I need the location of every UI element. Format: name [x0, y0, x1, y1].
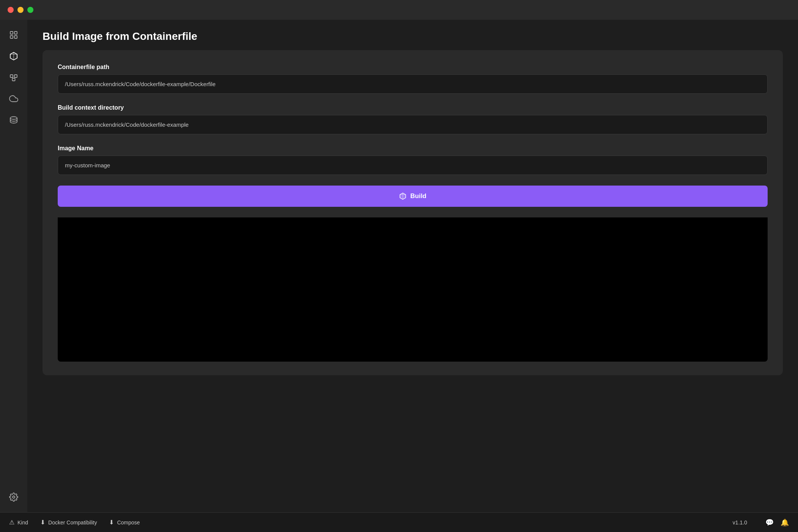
svg-rect-5: [14, 75, 17, 77]
status-action-icons: 💬 🔔: [765, 518, 789, 527]
containerfile-path-input[interactable]: [58, 74, 768, 94]
status-version: v1.1.0: [733, 519, 747, 526]
containerfile-path-group: Containerfile path: [58, 64, 768, 94]
svg-rect-0: [10, 31, 13, 34]
svg-rect-2: [10, 36, 13, 38]
containerfile-path-label: Containerfile path: [58, 64, 768, 71]
build-context-group: Build context directory: [58, 104, 768, 134]
sidebar-item-pods[interactable]: [5, 68, 23, 87]
svg-rect-3: [14, 36, 17, 38]
status-compose: ⬇ Compose: [109, 519, 140, 526]
page-header: Build Image from Containerfile: [27, 20, 798, 50]
build-icon: [399, 192, 407, 200]
svg-rect-4: [10, 75, 13, 77]
main-content: Build Image from Containerfile Container…: [27, 20, 798, 512]
status-kind-label: Kind: [17, 519, 28, 526]
build-button[interactable]: Build: [58, 186, 768, 207]
compose-icon: ⬇: [109, 519, 114, 526]
minimize-button[interactable]: [17, 7, 24, 13]
chat-icon[interactable]: 💬: [765, 518, 774, 527]
sidebar-item-settings[interactable]: [5, 488, 23, 506]
build-context-label: Build context directory: [58, 104, 768, 111]
status-bar: ⚠ Kind ⬇ Docker Compatibility ⬇ Compose …: [0, 512, 798, 532]
svg-rect-1: [14, 31, 17, 34]
sidebar-item-dashboard[interactable]: [5, 26, 23, 44]
build-context-input[interactable]: [58, 115, 768, 134]
bell-icon[interactable]: 🔔: [781, 518, 789, 527]
title-bar: [0, 0, 798, 20]
status-docker-compat-label: Docker Compatibility: [48, 519, 97, 526]
status-docker-compat: ⬇ Docker Compatibility: [40, 519, 97, 526]
docker-compat-icon: ⬇: [40, 519, 45, 526]
kind-warning-icon: ⚠: [9, 519, 14, 526]
image-name-input[interactable]: [58, 156, 768, 175]
build-button-label: Build: [410, 192, 427, 200]
image-name-label: Image Name: [58, 145, 768, 152]
maximize-button[interactable]: [27, 7, 33, 13]
output-terminal: [58, 217, 768, 362]
close-button[interactable]: [8, 7, 14, 13]
status-kind: ⚠ Kind: [9, 519, 28, 526]
traffic-lights: [8, 7, 33, 13]
status-compose-label: Compose: [117, 519, 140, 526]
svg-point-7: [10, 117, 17, 120]
svg-point-8: [13, 496, 15, 498]
sidebar: [0, 20, 27, 512]
sidebar-item-volumes[interactable]: [5, 111, 23, 129]
sidebar-item-images[interactable]: [5, 47, 23, 65]
sidebar-item-cloud[interactable]: [5, 90, 23, 108]
image-name-group: Image Name: [58, 145, 768, 175]
page-title: Build Image from Containerfile: [43, 30, 783, 42]
svg-rect-6: [13, 78, 15, 81]
content-area: Containerfile path Build context directo…: [27, 50, 798, 512]
form-card: Containerfile path Build context directo…: [43, 50, 783, 375]
